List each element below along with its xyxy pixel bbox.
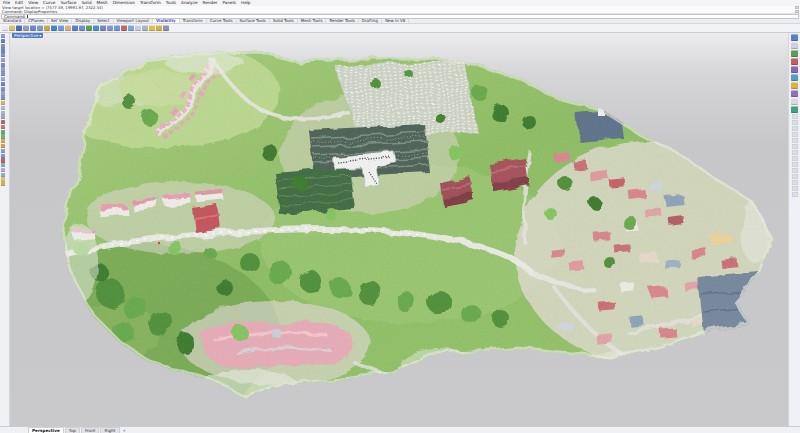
toolbar-tab-surface-tools[interactable]: Surface Tools [237, 19, 270, 23]
layers-icon[interactable] [135, 25, 141, 31]
array-icon[interactable] [1, 163, 5, 167]
offset-curve-icon[interactable] [1, 77, 5, 81]
toolbar-tab-display[interactable]: Display [72, 19, 94, 23]
copy-object-icon[interactable] [107, 25, 113, 31]
polygon-icon[interactable] [1, 67, 5, 71]
hide-object-icon[interactable] [149, 25, 155, 31]
viewport-tab-top[interactable]: Top [65, 427, 80, 433]
group-icon[interactable] [1, 168, 5, 172]
copy-icon[interactable] [37, 25, 43, 31]
polyline-icon[interactable] [1, 44, 5, 48]
rotate-view-icon[interactable] [93, 25, 99, 31]
lock-icon[interactable] [1, 182, 5, 186]
materials-panel-icon[interactable] [791, 58, 798, 65]
extrude-icon[interactable] [1, 87, 5, 91]
paste-icon[interactable] [44, 25, 50, 31]
scroll-up-button[interactable] [795, 6, 799, 9]
viewport-tab-perspective[interactable]: Perspective [28, 427, 64, 433]
perspective-viewport[interactable]: Perspective ▾ [10, 33, 788, 426]
loft-icon[interactable] [1, 82, 5, 86]
viewport-title-tab[interactable]: Perspective ▾ [12, 33, 43, 38]
toolbar-tab-transform[interactable]: Transform [180, 19, 207, 23]
lock-object-icon[interactable] [156, 25, 162, 31]
osnap-intersection-icon[interactable] [792, 144, 798, 149]
osnap-center-icon[interactable] [792, 138, 798, 143]
print-icon[interactable] [23, 25, 29, 31]
toolbar-tab-visibility[interactable]: Visibility [153, 19, 180, 23]
chamfer-icon[interactable] [1, 134, 5, 138]
rendering-panel-icon[interactable] [791, 66, 798, 73]
osnap-vertex-icon[interactable] [792, 174, 798, 179]
ellipse-icon[interactable] [1, 72, 5, 76]
object-snap-icon[interactable] [163, 25, 169, 31]
block-icon[interactable] [1, 173, 5, 177]
osnap-end-icon[interactable] [792, 114, 798, 119]
pipe-icon[interactable] [1, 115, 5, 119]
toolbar-tab-set-view[interactable]: Set View [48, 19, 72, 23]
environment-panel-icon[interactable] [791, 74, 798, 81]
arc-icon[interactable] [1, 58, 5, 62]
explode-icon[interactable] [1, 158, 5, 162]
osnap-tangent-icon[interactable] [792, 156, 798, 161]
osnap-mid-icon[interactable] [792, 132, 798, 137]
scroll-down-button[interactable] [795, 10, 799, 13]
box-icon[interactable] [1, 101, 5, 105]
curve-interpolated-icon[interactable] [1, 48, 5, 52]
sweep-icon[interactable] [1, 96, 5, 100]
toolbar-tab-drafting[interactable]: Drafting [359, 19, 382, 23]
undo-icon[interactable] [51, 25, 57, 31]
toolbar-tab-curve-tools[interactable]: Curve Tools [207, 19, 237, 23]
trim-icon[interactable] [1, 139, 5, 143]
zoom-dynamic-icon[interactable] [72, 25, 78, 31]
sphere-icon[interactable] [1, 106, 5, 110]
3d-model-mesh[interactable] [10, 33, 788, 426]
cylinder-icon[interactable] [1, 111, 5, 115]
osnap-near-icon[interactable] [792, 120, 798, 125]
toolbar-tab-standard[interactable]: Standard [0, 19, 25, 23]
osnap-quadrant-icon[interactable] [792, 162, 798, 167]
display-panel-icon[interactable] [791, 50, 798, 57]
toolbar-tab-cplanes[interactable]: CPlanes [25, 19, 48, 23]
libraries-panel-icon[interactable] [791, 90, 798, 97]
command-history-scrollbar[interactable] [795, 6, 799, 13]
toolbar-tab-mesh-tools[interactable]: Mesh Tools [298, 19, 327, 23]
single-point-icon[interactable] [1, 39, 5, 43]
viewport-tab-right[interactable]: Right [100, 427, 119, 433]
rectangle-icon[interactable] [1, 63, 5, 67]
layers-panel-icon[interactable] [791, 42, 798, 49]
open-file-icon[interactable] [9, 25, 15, 31]
osnap-knot-icon[interactable] [792, 168, 798, 173]
pan-icon[interactable] [65, 25, 71, 31]
cut-icon[interactable] [30, 25, 36, 31]
move-icon[interactable] [100, 25, 106, 31]
boolean-difference-icon[interactable] [1, 125, 5, 129]
zoom-window-icon[interactable] [79, 25, 85, 31]
sun-panel-icon[interactable] [791, 82, 798, 89]
web-panel-icon[interactable] [791, 106, 798, 113]
toolbar-tab-select[interactable]: Select [94, 19, 113, 23]
redo-icon[interactable] [58, 25, 64, 31]
mirror-icon[interactable] [128, 25, 134, 31]
object-properties-panel-icon[interactable] [791, 34, 798, 41]
fillet-icon[interactable] [1, 130, 5, 134]
gumball-toggle-icon[interactable] [792, 192, 798, 197]
zoom-extents-icon[interactable] [86, 25, 92, 31]
notes-panel-icon[interactable] [791, 98, 798, 105]
new-file-icon[interactable] [2, 25, 8, 31]
osnap-perpendicular-icon[interactable] [792, 150, 798, 155]
hide-icon[interactable] [1, 177, 5, 181]
split-icon[interactable] [1, 144, 5, 148]
new-viewport-tab-button[interactable]: + [121, 428, 129, 433]
toolbar-tab-viewport-layout[interactable]: Viewport Layout [114, 19, 154, 23]
edit-point-icon[interactable] [1, 34, 5, 38]
object-properties-icon[interactable] [142, 25, 148, 31]
revolve-icon[interactable] [1, 91, 5, 95]
circle-icon[interactable] [1, 53, 5, 57]
project-toggle-icon[interactable] [792, 180, 798, 185]
osnap-point-icon[interactable] [792, 126, 798, 131]
rotate-icon[interactable] [114, 25, 120, 31]
planar-toggle-icon[interactable] [792, 186, 798, 191]
toolbar-tab-render-tools[interactable]: Render Tools [326, 19, 358, 23]
viewport-tab-front[interactable]: Front [81, 427, 100, 433]
boolean-union-icon[interactable] [1, 120, 5, 124]
